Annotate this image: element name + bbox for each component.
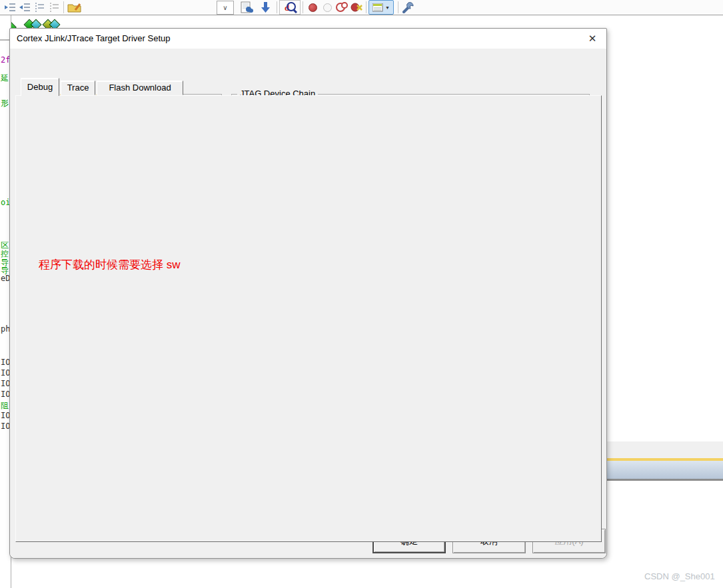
background-panel — [604, 441, 723, 458]
code-fragment: 延 — [1, 73, 9, 84]
target-driver-setup-dialog: Cortex JLink/JTrace Target Driver Setup … — [9, 28, 607, 559]
find-in-files-icon[interactable] — [239, 1, 254, 13]
annotation-text: 程序下载的时候需要选择 sw — [39, 257, 181, 272]
debug-tab-panel — [15, 95, 602, 542]
code-fragment: 形 — [1, 98, 9, 109]
breakpoint-icon[interactable] — [305, 1, 320, 13]
edit-folder-icon[interactable] — [66, 1, 83, 13]
tab-trace[interactable]: Trace — [61, 81, 95, 95]
configure-wrench-icon[interactable] — [400, 1, 415, 13]
toolbar-separator — [366, 1, 366, 13]
toolbar-combo-chevron[interactable]: ∨ — [217, 1, 234, 15]
dialog-title: Cortex JLink/JTrace Target Driver Setup — [17, 29, 170, 49]
toolbar-separator — [63, 1, 64, 13]
window-list-button[interactable]: ▼ — [368, 0, 394, 15]
indent-icon[interactable] — [3, 1, 17, 13]
view-routine-magnifier-icon[interactable]: d — [279, 0, 301, 15]
background-panel — [604, 461, 723, 479]
background-toolbar: ∨ d ▼ — [0, 0, 723, 15]
watermark: CSDN @_She001 — [644, 571, 715, 581]
toolbar-separator — [398, 1, 398, 13]
dialog-body: Debug Trace Flash Download J-Link / J-Tr… — [10, 49, 606, 558]
close-icon[interactable]: ✕ — [586, 33, 598, 45]
untabify-icon[interactable] — [47, 1, 61, 13]
toolbar-separator — [277, 1, 277, 13]
breakpoint-disabled-icon[interactable] — [320, 1, 335, 13]
tab-flash-download[interactable]: Flash Download — [97, 81, 183, 95]
clear-breakpoints-icon[interactable] — [349, 1, 364, 13]
code-fragment: 阻 — [1, 400, 9, 412]
tabify-icon[interactable] — [32, 1, 47, 13]
chevron-down-icon: ▼ — [385, 5, 390, 10]
tab-debug[interactable]: Debug — [21, 78, 59, 96]
toolbar-separator — [303, 1, 303, 13]
goto-arrow-icon[interactable] — [258, 1, 273, 13]
chevron-down-icon: ∨ — [223, 4, 227, 11]
background-panel-divider — [604, 479, 723, 481]
kill-all-breakpoints-icon[interactable] — [335, 1, 349, 13]
outdent-icon[interactable] — [17, 1, 32, 13]
